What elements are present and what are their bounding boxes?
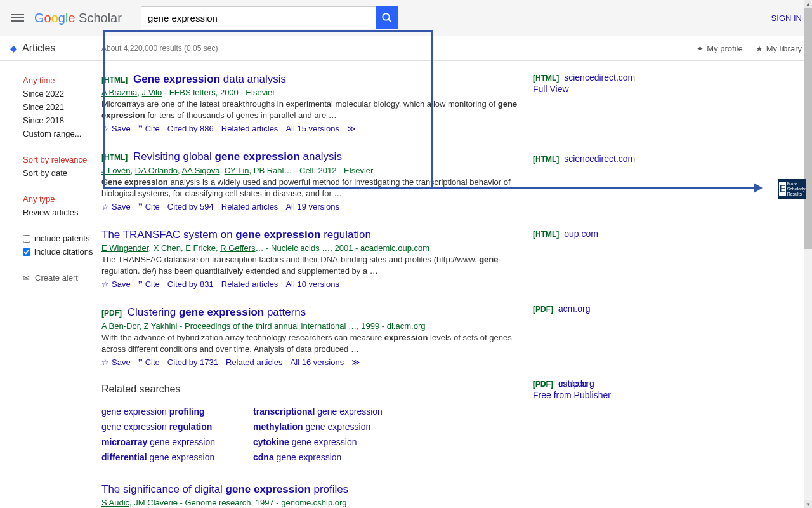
annotation-arrow	[433, 187, 761, 189]
save-button[interactable]: ☆ Save	[102, 124, 131, 133]
star-icon: ★	[756, 44, 763, 53]
cited-by-link[interactable]: Cited by 886	[167, 124, 214, 133]
access-item: [PDF] acm.org	[533, 304, 698, 378]
more-icon[interactable]: ≫	[347, 124, 356, 133]
cited-by-link[interactable]: Cited by 1731	[167, 358, 218, 367]
scroll-up-arrow-icon[interactable]: ▲	[804, 0, 812, 8]
versions-link[interactable]: All 16 versions	[291, 358, 344, 367]
result-title[interactable]: [HTML] Revisiting global gene expression…	[102, 150, 520, 164]
related-search-link[interactable]: differential gene expression	[102, 450, 215, 465]
result-item: The TRANSFAC system on gene expression r…	[102, 228, 520, 289]
related-col: gene expression profilinggene expression…	[102, 404, 215, 465]
envelope-icon: ✉	[23, 273, 30, 283]
save-button[interactable]: ☆ Save	[102, 279, 131, 289]
filter-since-2021[interactable]: Since 2021	[23, 100, 102, 114]
versions-link[interactable]: All 15 versions	[285, 124, 339, 133]
my-profile-link[interactable]: ✦My profile	[697, 44, 742, 53]
extension-text: More Scholarly Results	[787, 182, 806, 196]
result-title[interactable]: [PDF] Clustering gene expression pattern…	[102, 305, 520, 319]
related-search-link[interactable]: gene expression profiling	[102, 404, 215, 419]
more-icon[interactable]: ≫	[351, 358, 360, 367]
related-link[interactable]: Related articles	[226, 358, 283, 367]
related-link[interactable]: Related articles	[221, 124, 278, 133]
include-citations[interactable]: include citations	[23, 245, 102, 258]
access-link[interactable]: [HTML] sciencedirect.com	[533, 72, 635, 83]
quote-icon: ❞	[138, 279, 143, 289]
access-link[interactable]: [HTML] sciencedirect.com	[533, 154, 635, 164]
sort-date[interactable]: Sort by date	[23, 166, 102, 180]
result-item: [HTML] Revisiting global gene expression…	[102, 150, 520, 211]
filter-any-time[interactable]: Any time	[23, 74, 102, 87]
related-search-link[interactable]: methylation gene expression	[253, 419, 383, 434]
result-snippet: Microarrays are one of the latest breakt…	[102, 98, 520, 121]
scroll-thumb[interactable]	[804, 8, 812, 249]
access-link[interactable]: [PDF] acm.org	[533, 304, 590, 314]
filter-review-articles[interactable]: Review articles	[23, 206, 102, 219]
articles-label: ◆ Articles	[10, 43, 93, 54]
filter-since-2022[interactable]: Since 2022	[23, 87, 102, 100]
search-input[interactable]	[141, 6, 376, 29]
include-patents-checkbox[interactable]	[23, 235, 30, 243]
search-icon	[381, 12, 393, 23]
search-form	[141, 6, 398, 29]
extension-badge[interactable]: E More Scholarly Results	[778, 179, 806, 199]
include-patents[interactable]: include patents	[23, 232, 102, 245]
versions-link[interactable]: All 19 versions	[285, 202, 339, 211]
cited-by-link[interactable]: Cited by 831	[167, 279, 214, 289]
related-grid: gene expression profilinggene expression…	[102, 404, 520, 465]
save-button[interactable]: ☆ Save	[102, 202, 131, 211]
include-patents-label: include patents	[34, 234, 89, 243]
logo[interactable]: Google Scholar	[34, 11, 122, 25]
cite-button[interactable]: ❞ Cite	[138, 279, 160, 289]
save-button[interactable]: ☆ Save	[102, 358, 131, 367]
filter-custom-range[interactable]: Custom range...	[23, 127, 102, 140]
related-search-link[interactable]: cdna gene expression	[253, 450, 383, 465]
cite-button[interactable]: ❞ Cite	[138, 202, 160, 211]
access-link[interactable]: [PDF] mit.edu	[533, 378, 587, 389]
related-search-link[interactable]: gene expression regulation	[102, 419, 215, 434]
versions-link[interactable]: All 10 versions	[285, 279, 339, 289]
hamburger-menu-icon[interactable]	[10, 10, 25, 25]
related-link[interactable]: Related articles	[221, 202, 278, 211]
result-title[interactable]: The significance of digital gene express…	[102, 483, 520, 497]
sign-in-link[interactable]: SIGN IN	[771, 13, 802, 23]
result-actions: ☆ Save ❞ Cite Cited by 1731 Related arti…	[102, 358, 520, 367]
related-search-link[interactable]: transcriptional gene expression	[253, 404, 383, 419]
result-title[interactable]: The TRANSFAC system on gene expression r…	[102, 228, 520, 242]
diamond-icon: ◆	[10, 43, 17, 53]
result-title[interactable]: [HTML] Gene expression data analysis	[102, 72, 520, 86]
sort-relevance[interactable]: Sort by relevance	[23, 153, 102, 166]
create-alert[interactable]: ✉ Create alert	[23, 271, 102, 284]
access-sublink[interactable]: Full View	[533, 84, 698, 94]
search-button[interactable]	[376, 6, 398, 29]
filter-since-2018[interactable]: Since 2018	[23, 114, 102, 127]
access-link[interactable]: [HTML] oup.com	[533, 229, 598, 239]
svg-line-1	[388, 19, 391, 22]
star-outline-icon: ☆	[102, 358, 109, 367]
sidebar-time-group: Any time Since 2022 Since 2021 Since 201…	[23, 74, 102, 140]
related-col: transcriptional gene expressionmethylati…	[253, 404, 383, 465]
related-heading: Related searches	[102, 384, 520, 395]
star-outline-icon: ☆	[102, 124, 109, 133]
result-item: [HTML] Gene expression data analysisA Br…	[102, 72, 520, 133]
scrollbar[interactable]: ▲ ▼	[804, 0, 812, 508]
quote-icon: ❞	[138, 358, 143, 367]
result-item: The significance of digital gene express…	[102, 483, 520, 508]
quote-icon: ❞	[138, 124, 143, 133]
sidebar-sort-group: Sort by relevance Sort by date	[23, 153, 102, 180]
cited-by-link[interactable]: Cited by 594	[167, 202, 214, 211]
result-snippet: With the advance of hybridization array …	[102, 332, 520, 355]
related-search-link[interactable]: microarray gene expression	[102, 434, 215, 450]
cite-button[interactable]: ❞ Cite	[138, 358, 160, 367]
profile-icon: ✦	[697, 44, 704, 53]
my-library-link[interactable]: ★My library	[756, 44, 802, 53]
cite-button[interactable]: ❞ Cite	[138, 124, 160, 133]
related-link[interactable]: Related articles	[221, 279, 278, 289]
scroll-down-arrow-icon[interactable]: ▼	[804, 500, 812, 508]
include-citations-label: include citations	[34, 247, 93, 257]
include-citations-checkbox[interactable]	[23, 248, 30, 256]
result-snippet: The TRANSFAC database on transcription f…	[102, 254, 520, 277]
result-actions: ☆ Save ❞ Cite Cited by 886 Related artic…	[102, 124, 520, 133]
filter-any-type[interactable]: Any type	[23, 192, 102, 206]
related-search-link[interactable]: cytokine gene expression	[253, 434, 383, 450]
